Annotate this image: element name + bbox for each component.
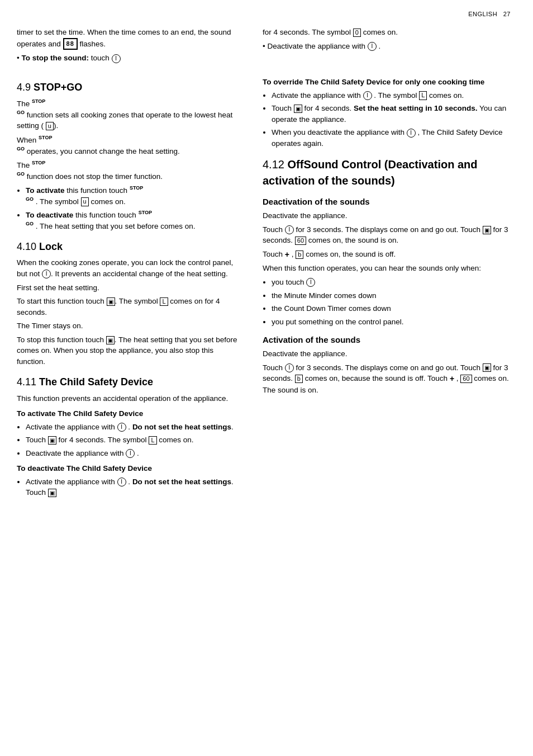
section-411: 4.11 The Child Safety Device This functi… [17,375,240,498]
power-sym-dl1: I [306,278,315,287]
page-header: ENGLISH 27 [0,0,533,23]
zero-symbol: 0 [353,29,361,37]
section-410-p5: To stop this function touch ▣. The heat … [17,334,240,367]
right-intro: for 4 seconds. The symbol 0 comes on. • … [251,23,516,67]
section-410-p3: To start this function touch ▣. The symb… [17,296,240,318]
override-list: Activate the appliance with I . The symb… [272,90,511,149]
sound-on-sym: 60 [295,237,306,245]
right-deactivate-item: • Deactivate the appliance with I . [263,41,516,52]
section-49-title: 4.9 STOP+GO [17,80,240,94]
key-symbol-2: ▣ [106,336,115,344]
power-sym-d1: I [117,478,126,486]
power-symbol-2: I [368,42,377,51]
left-intro: timer to set the time. When the time com… [17,23,251,67]
list-item-deactivate-49: To deactivate this function touch STOPGO… [26,209,240,231]
override-item-3: When you deactivate the appliance with I… [272,127,511,149]
deactivate-list-411: Activate the appliance with I . Do not s… [26,476,240,498]
stop-sound-para: • To stop the sound: touch I [17,53,240,64]
section-411-title: 4.11 The Child Safety Device [17,375,240,389]
power-sym-a2a: I [285,363,294,372]
override-heading: To override The Child Safety Device for … [263,77,511,88]
power-sym-o1: I [363,91,372,100]
key-sym-a2b: ▣ [483,363,491,372]
plus-icon-d: + [285,250,289,259]
list-item-activate-49: To activate this function touch STOPGO .… [26,185,240,207]
key-sym-d1: ▣ [48,489,56,497]
key-sym-a2: ▣ [48,436,56,445]
l-sym-o1: L [419,91,427,100]
activate-item-2: Touch ▣ for 4 seconds. The symbol L come… [26,434,240,446]
power-sym-d2a: I [285,225,294,234]
deactivation-item-3: the Count Down Timer comes down [272,303,511,314]
intro-para: timer to set the time. When the time com… [17,27,240,50]
b-sym-a: b [295,375,303,383]
deactivation-list: you touch I the Minute Minder comes down… [272,277,511,327]
section-49-p3: The STOPGO function does not stop the ti… [17,159,240,182]
power-sym-a1: I [117,423,126,432]
sound-on-sym-a: 60 [460,375,472,383]
top-continuation: timer to set the time. When the time com… [0,23,533,67]
deactivate-heading-411: To deactivate The Child Safety Device [17,463,240,474]
stop-sound-label: To stop the sound: [21,54,88,62]
key-sym-d2b: ▣ [483,226,491,234]
page: ENGLISH 27 timer to set the time. When t… [0,0,533,756]
main-content: 4.9 STOP+GO The STOPGO function sets all… [0,67,533,501]
deactivation-p3: Touch + , b comes on, the sound is off. [263,249,511,261]
section-410-p4: The Timer stays on. [17,320,240,332]
power-symbol: I [112,54,121,63]
key-symbol-1: ▣ [107,297,115,306]
activation-heading: Activation of the sounds [263,334,511,346]
section-410-p2: First set the heat setting. [17,282,240,294]
section-412: 4.12 OffSound Control (Deactivation and … [263,157,511,395]
section-412-title: 4.12 OffSound Control (Deactivation and … [263,157,511,189]
display-symbol: 88 [63,38,78,50]
activate-item-3: Deactivate the appliance with I . [26,448,240,459]
u-symbol-2: u [81,197,89,206]
left-column: 4.9 STOP+GO The STOPGO function sets all… [17,67,251,501]
override-item-2: Touch ▣ for 4 seconds. Set the heat sett… [272,103,511,125]
plus-icon-a: + [450,374,454,383]
section-411-intro: This function prevents an accidental ope… [17,393,240,404]
power-sym-o3: I [407,129,416,138]
l-symbol-1: L [160,297,168,306]
activation-p2: Touch I for 3 seconds. The displays come… [263,362,511,396]
override-item-1: Activate the appliance with I . The symb… [272,90,511,101]
deactivation-item-4: you put something on the control panel. [272,316,511,328]
b-sym-d: b [296,251,303,259]
activate-heading-411: To activate The Child Safety Device [17,408,240,419]
activation-p1: Deactivate the appliance. [263,348,511,360]
right-intro-para: for 4 seconds. The symbol 0 comes on. [263,27,516,38]
deactivate-item-1: Activate the appliance with I . Do not s… [26,476,240,498]
language-label: ENGLISH [468,11,497,17]
section-49: 4.9 STOP+GO The STOPGO function sets all… [17,80,240,231]
section-410: 4.10 Lock When the cooking zones operate… [17,239,240,367]
section-49-list: To activate this function touch STOPGO .… [26,185,240,231]
deactivation-item-2: the Minute Minder comes down [272,290,511,301]
section-410-title: 4.10 Lock [17,239,240,254]
right-column: To override The Child Safety Device for … [251,67,511,501]
section-410-p1: When the cooking zones operate, you can … [17,257,240,279]
l-sym-a2: L [149,436,156,445]
u-symbol-1: u [46,122,54,130]
power-symbol-lock: I [42,270,51,278]
power-sym-a3: I [126,449,135,458]
deactivation-item-1: you touch I [272,277,511,288]
activate-item-1: Activate the appliance with I . Do not s… [26,422,240,433]
page-number: 27 [503,11,511,17]
deactivation-p1: Deactivate the appliance. [263,210,511,221]
deactivation-p2: Touch I for 3 seconds. The displays come… [263,224,511,246]
deactivation-p4: When this function operates, you can hea… [263,263,511,274]
section-49-p1: The STOPGO function sets all cooking zon… [17,98,240,131]
key-sym-o2: ▣ [294,105,302,113]
activate-list-411: Activate the appliance with I . Do not s… [26,422,240,459]
section-49-p2: When STOPGO operates, you cannot change … [17,134,240,157]
deactivation-heading: Deactivation of the sounds [263,196,511,208]
